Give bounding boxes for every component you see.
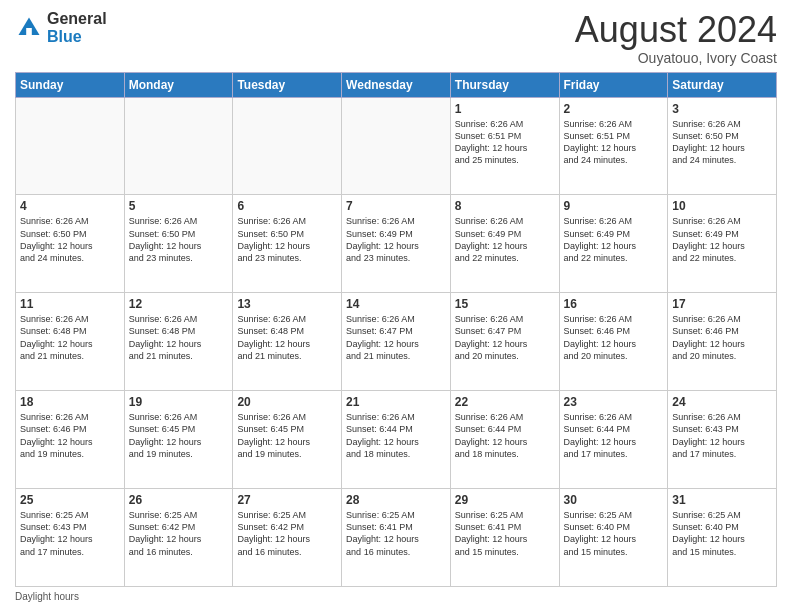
header: General Blue August 2024 Ouyatouo, Ivory… <box>15 10 777 66</box>
month-title: August 2024 <box>575 10 777 50</box>
location-subtitle: Ouyatouo, Ivory Coast <box>575 50 777 66</box>
calendar-cell: 16Sunrise: 6:26 AM Sunset: 6:46 PM Dayli… <box>559 293 668 391</box>
calendar-cell: 6Sunrise: 6:26 AM Sunset: 6:50 PM Daylig… <box>233 195 342 293</box>
day-number: 18 <box>20 395 120 409</box>
calendar-header-thursday: Thursday <box>450 72 559 97</box>
calendar-cell: 29Sunrise: 6:25 AM Sunset: 6:41 PM Dayli… <box>450 489 559 587</box>
day-number: 27 <box>237 493 337 507</box>
day-info: Sunrise: 6:25 AM Sunset: 6:40 PM Dayligh… <box>672 509 772 558</box>
calendar-cell: 31Sunrise: 6:25 AM Sunset: 6:40 PM Dayli… <box>668 489 777 587</box>
calendar-cell <box>342 97 451 195</box>
calendar-cell: 27Sunrise: 6:25 AM Sunset: 6:42 PM Dayli… <box>233 489 342 587</box>
calendar-cell: 17Sunrise: 6:26 AM Sunset: 6:46 PM Dayli… <box>668 293 777 391</box>
day-number: 15 <box>455 297 555 311</box>
day-info: Sunrise: 6:26 AM Sunset: 6:48 PM Dayligh… <box>237 313 337 362</box>
footer-text: Daylight hours <box>15 591 79 602</box>
calendar-week-row: 11Sunrise: 6:26 AM Sunset: 6:48 PM Dayli… <box>16 293 777 391</box>
day-info: Sunrise: 6:26 AM Sunset: 6:48 PM Dayligh… <box>20 313 120 362</box>
day-number: 28 <box>346 493 446 507</box>
calendar-header-wednesday: Wednesday <box>342 72 451 97</box>
calendar-cell: 13Sunrise: 6:26 AM Sunset: 6:48 PM Dayli… <box>233 293 342 391</box>
day-info: Sunrise: 6:25 AM Sunset: 6:41 PM Dayligh… <box>455 509 555 558</box>
logo-text: General Blue <box>47 10 107 46</box>
day-number: 22 <box>455 395 555 409</box>
calendar-cell: 11Sunrise: 6:26 AM Sunset: 6:48 PM Dayli… <box>16 293 125 391</box>
calendar-cell: 25Sunrise: 6:25 AM Sunset: 6:43 PM Dayli… <box>16 489 125 587</box>
day-info: Sunrise: 6:26 AM Sunset: 6:50 PM Dayligh… <box>672 118 772 167</box>
day-info: Sunrise: 6:25 AM Sunset: 6:43 PM Dayligh… <box>20 509 120 558</box>
calendar-week-row: 1Sunrise: 6:26 AM Sunset: 6:51 PM Daylig… <box>16 97 777 195</box>
logo: General Blue <box>15 10 107 46</box>
calendar-cell <box>16 97 125 195</box>
calendar-cell <box>124 97 233 195</box>
day-number: 17 <box>672 297 772 311</box>
day-info: Sunrise: 6:26 AM Sunset: 6:50 PM Dayligh… <box>129 215 229 264</box>
calendar-cell: 1Sunrise: 6:26 AM Sunset: 6:51 PM Daylig… <box>450 97 559 195</box>
day-number: 14 <box>346 297 446 311</box>
title-block: August 2024 Ouyatouo, Ivory Coast <box>575 10 777 66</box>
day-number: 21 <box>346 395 446 409</box>
calendar-header-saturday: Saturday <box>668 72 777 97</box>
day-info: Sunrise: 6:25 AM Sunset: 6:42 PM Dayligh… <box>237 509 337 558</box>
day-number: 6 <box>237 199 337 213</box>
calendar-cell: 26Sunrise: 6:25 AM Sunset: 6:42 PM Dayli… <box>124 489 233 587</box>
day-info: Sunrise: 6:26 AM Sunset: 6:46 PM Dayligh… <box>564 313 664 362</box>
calendar-header-sunday: Sunday <box>16 72 125 97</box>
day-number: 26 <box>129 493 229 507</box>
calendar-header-row: SundayMondayTuesdayWednesdayThursdayFrid… <box>16 72 777 97</box>
day-info: Sunrise: 6:26 AM Sunset: 6:51 PM Dayligh… <box>564 118 664 167</box>
calendar-cell: 10Sunrise: 6:26 AM Sunset: 6:49 PM Dayli… <box>668 195 777 293</box>
day-number: 24 <box>672 395 772 409</box>
day-number: 4 <box>20 199 120 213</box>
day-info: Sunrise: 6:26 AM Sunset: 6:49 PM Dayligh… <box>672 215 772 264</box>
day-info: Sunrise: 6:26 AM Sunset: 6:44 PM Dayligh… <box>346 411 446 460</box>
day-number: 25 <box>20 493 120 507</box>
svg-rect-1 <box>26 28 32 35</box>
day-number: 20 <box>237 395 337 409</box>
calendar-cell: 3Sunrise: 6:26 AM Sunset: 6:50 PM Daylig… <box>668 97 777 195</box>
day-info: Sunrise: 6:26 AM Sunset: 6:49 PM Dayligh… <box>455 215 555 264</box>
day-info: Sunrise: 6:26 AM Sunset: 6:47 PM Dayligh… <box>455 313 555 362</box>
calendar-cell: 30Sunrise: 6:25 AM Sunset: 6:40 PM Dayli… <box>559 489 668 587</box>
day-number: 8 <box>455 199 555 213</box>
calendar-cell: 14Sunrise: 6:26 AM Sunset: 6:47 PM Dayli… <box>342 293 451 391</box>
day-info: Sunrise: 6:26 AM Sunset: 6:51 PM Dayligh… <box>455 118 555 167</box>
calendar-cell: 19Sunrise: 6:26 AM Sunset: 6:45 PM Dayli… <box>124 391 233 489</box>
day-number: 11 <box>20 297 120 311</box>
day-number: 31 <box>672 493 772 507</box>
day-info: Sunrise: 6:26 AM Sunset: 6:49 PM Dayligh… <box>564 215 664 264</box>
day-info: Sunrise: 6:26 AM Sunset: 6:45 PM Dayligh… <box>129 411 229 460</box>
logo-icon <box>15 14 43 42</box>
calendar-cell: 2Sunrise: 6:26 AM Sunset: 6:51 PM Daylig… <box>559 97 668 195</box>
day-info: Sunrise: 6:26 AM Sunset: 6:46 PM Dayligh… <box>672 313 772 362</box>
day-number: 5 <box>129 199 229 213</box>
day-number: 10 <box>672 199 772 213</box>
calendar-cell: 24Sunrise: 6:26 AM Sunset: 6:43 PM Dayli… <box>668 391 777 489</box>
calendar-cell: 12Sunrise: 6:26 AM Sunset: 6:48 PM Dayli… <box>124 293 233 391</box>
calendar-cell: 28Sunrise: 6:25 AM Sunset: 6:41 PM Dayli… <box>342 489 451 587</box>
calendar-cell: 9Sunrise: 6:26 AM Sunset: 6:49 PM Daylig… <box>559 195 668 293</box>
day-number: 16 <box>564 297 664 311</box>
calendar-cell: 23Sunrise: 6:26 AM Sunset: 6:44 PM Dayli… <box>559 391 668 489</box>
day-info: Sunrise: 6:26 AM Sunset: 6:46 PM Dayligh… <box>20 411 120 460</box>
day-info: Sunrise: 6:25 AM Sunset: 6:41 PM Dayligh… <box>346 509 446 558</box>
day-info: Sunrise: 6:26 AM Sunset: 6:48 PM Dayligh… <box>129 313 229 362</box>
day-info: Sunrise: 6:26 AM Sunset: 6:43 PM Dayligh… <box>672 411 772 460</box>
day-number: 7 <box>346 199 446 213</box>
day-number: 12 <box>129 297 229 311</box>
calendar-cell: 21Sunrise: 6:26 AM Sunset: 6:44 PM Dayli… <box>342 391 451 489</box>
day-number: 23 <box>564 395 664 409</box>
day-number: 9 <box>564 199 664 213</box>
calendar-week-row: 25Sunrise: 6:25 AM Sunset: 6:43 PM Dayli… <box>16 489 777 587</box>
calendar-cell: 20Sunrise: 6:26 AM Sunset: 6:45 PM Dayli… <box>233 391 342 489</box>
calendar-cell: 8Sunrise: 6:26 AM Sunset: 6:49 PM Daylig… <box>450 195 559 293</box>
day-number: 2 <box>564 102 664 116</box>
day-info: Sunrise: 6:25 AM Sunset: 6:40 PM Dayligh… <box>564 509 664 558</box>
day-number: 3 <box>672 102 772 116</box>
day-info: Sunrise: 6:26 AM Sunset: 6:44 PM Dayligh… <box>564 411 664 460</box>
calendar-header-tuesday: Tuesday <box>233 72 342 97</box>
calendar-cell: 15Sunrise: 6:26 AM Sunset: 6:47 PM Dayli… <box>450 293 559 391</box>
calendar-cell: 5Sunrise: 6:26 AM Sunset: 6:50 PM Daylig… <box>124 195 233 293</box>
calendar-week-row: 18Sunrise: 6:26 AM Sunset: 6:46 PM Dayli… <box>16 391 777 489</box>
calendar-header-friday: Friday <box>559 72 668 97</box>
